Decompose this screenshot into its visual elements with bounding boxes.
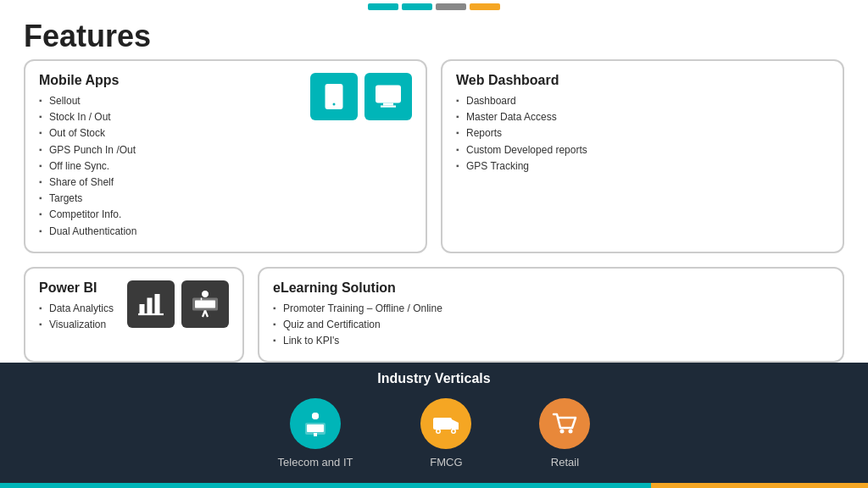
- svg-rect-11: [195, 300, 215, 308]
- bar-gray: [436, 3, 466, 10]
- industry-verticals-title: Industry Verticals: [377, 371, 490, 386]
- svg-rect-23: [433, 418, 452, 430]
- telecom-icon: [301, 409, 330, 438]
- cart-icon: [550, 409, 579, 438]
- industry-item-fmcg: FMCG: [420, 398, 471, 469]
- retail-label: Retail: [551, 456, 579, 469]
- bar-teal: [368, 3, 398, 10]
- list-item: Dashboard: [456, 93, 829, 109]
- list-item: Competitor Info.: [39, 207, 302, 223]
- web-dashboard-box: Web Dashboard Dashboard Master Data Acce…: [441, 59, 844, 253]
- svg-rect-3: [383, 103, 393, 106]
- top-feature-row: Mobile Apps Sellout Stock In / Out Out o…: [24, 59, 844, 253]
- truck-icon: [431, 409, 460, 438]
- svg-rect-5: [140, 304, 145, 314]
- elearning-list: Promoter Training – Offline / Online Qui…: [273, 301, 829, 350]
- bar-yellow: [470, 3, 500, 10]
- list-item: GPS Punch In /Out: [39, 142, 302, 158]
- mobile-apps-icons: [310, 73, 412, 120]
- mobile-apps-list: Sellout Stock In / Out Out of Stock GPS …: [39, 93, 302, 240]
- industry-verticals-bar: Industry Verticals Telecom and IT: [0, 363, 868, 488]
- power-bi-title: Power BI: [39, 280, 119, 296]
- list-item: Stock In / Out: [39, 109, 302, 125]
- telecom-icon-circle: [290, 398, 341, 449]
- svg-point-29: [560, 430, 565, 434]
- web-dashboard-text: Web Dashboard Dashboard Master Data Acce…: [456, 73, 829, 175]
- elearning-text: eLearning Solution Promoter Training – O…: [273, 280, 829, 350]
- strip-teal: [0, 483, 651, 488]
- fmcg-icon-circle: [420, 398, 471, 449]
- presenter-icon-tile: [181, 280, 229, 328]
- elearning-title: eLearning Solution: [273, 280, 829, 296]
- bar-teal2: [402, 3, 432, 10]
- svg-point-28: [453, 430, 455, 433]
- industry-item-retail: Retail: [539, 398, 590, 469]
- bottom-strip: [0, 483, 868, 488]
- industry-icons-row: Telecom and IT FMCG: [278, 398, 591, 469]
- mobile-apps-box: Mobile Apps Sellout Stock In / Out Out o…: [24, 59, 427, 253]
- monitor-icon-tile: [364, 73, 412, 120]
- presenter-icon: [190, 289, 220, 319]
- svg-point-27: [437, 430, 440, 433]
- list-item: Sellout: [39, 93, 302, 109]
- list-item: Off line Sync.: [39, 158, 302, 175]
- svg-point-22: [312, 413, 319, 419]
- list-item: Promoter Training – Offline / Online: [273, 301, 829, 317]
- svg-rect-20: [307, 424, 324, 432]
- mobile-apps-text: Mobile Apps Sellout Stock In / Out Out o…: [39, 73, 302, 240]
- list-item: Dual Authentication: [39, 224, 302, 240]
- monitor-icon: [373, 81, 403, 112]
- svg-rect-4: [381, 106, 396, 108]
- power-bi-box: Power BI Data Analytics Visualization: [24, 267, 244, 363]
- list-item: Targets: [39, 191, 302, 207]
- mobile-icon-tile: [310, 73, 358, 120]
- power-bi-list: Data Analytics Visualization: [39, 301, 119, 333]
- bottom-feature-row: Power BI Data Analytics Visualization: [24, 267, 844, 363]
- svg-rect-6: [147, 297, 153, 314]
- svg-point-15: [202, 291, 209, 297]
- svg-line-13: [205, 310, 208, 317]
- web-dashboard-title: Web Dashboard: [456, 73, 829, 88]
- power-bi-text: Power BI Data Analytics Visualization: [39, 280, 119, 333]
- list-item: Out of Stock: [39, 125, 302, 141]
- svg-rect-2: [376, 86, 401, 103]
- telecom-label: Telecom and IT: [278, 456, 353, 469]
- svg-rect-21: [314, 433, 317, 436]
- list-item: Data Analytics: [39, 301, 119, 317]
- main-content: Mobile Apps Sellout Stock In / Out Out o…: [24, 51, 844, 369]
- power-bi-icons: [127, 280, 229, 328]
- mobile-apps-title: Mobile Apps: [39, 73, 302, 88]
- list-item: Reports: [456, 125, 829, 141]
- fmcg-label: FMCG: [430, 456, 462, 469]
- industry-item-telecom: Telecom and IT: [278, 398, 353, 469]
- bar-chart-icon: [136, 289, 166, 319]
- bar-chart-icon-tile: [127, 280, 175, 328]
- list-item: Link to KPI's: [273, 333, 829, 349]
- svg-rect-7: [155, 294, 160, 314]
- mobile-icon: [319, 81, 349, 112]
- list-item: Custom Developed reports: [456, 142, 829, 158]
- web-dashboard-list: Dashboard Master Data Access Reports Cus…: [456, 93, 829, 175]
- svg-marker-24: [452, 419, 459, 430]
- strip-yellow: [651, 483, 868, 488]
- list-item: Master Data Access: [456, 109, 829, 125]
- svg-point-1: [333, 103, 336, 106]
- list-item: GPS Tracking: [456, 158, 829, 175]
- page-title: Features: [24, 19, 151, 54]
- list-item: Quiz and Certification: [273, 317, 829, 333]
- top-decorative-bars: [368, 0, 500, 10]
- list-item: Share of Shelf: [39, 175, 302, 191]
- retail-icon-circle: [539, 398, 590, 449]
- list-item: Visualization: [39, 317, 119, 333]
- svg-point-30: [569, 430, 573, 434]
- elearning-box: eLearning Solution Promoter Training – O…: [258, 267, 844, 363]
